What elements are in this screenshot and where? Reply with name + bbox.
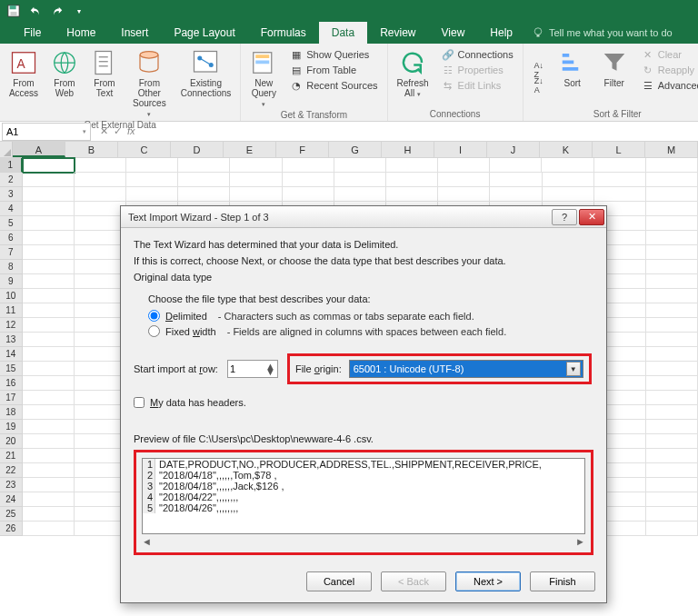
cell[interactable] <box>23 449 75 463</box>
cell[interactable] <box>646 289 698 303</box>
cell[interactable] <box>646 318 698 333</box>
name-box[interactable]: A1▾ <box>2 123 91 141</box>
cell[interactable] <box>23 492 75 507</box>
cell[interactable] <box>23 376 75 391</box>
cell[interactable] <box>75 260 126 274</box>
cell[interactable] <box>126 187 178 202</box>
cell[interactable] <box>283 158 334 173</box>
row-header[interactable]: 20 <box>0 434 23 449</box>
from-access-button[interactable]: AFromAccess <box>4 45 44 120</box>
cell[interactable] <box>646 231 698 245</box>
col-header-B[interactable]: B <box>65 142 118 157</box>
row-header[interactable]: 12 <box>0 318 23 333</box>
cell[interactable] <box>23 202 75 216</box>
cell[interactable] <box>646 333 698 347</box>
col-header-M[interactable]: M <box>645 142 698 157</box>
cell[interactable] <box>230 173 282 187</box>
cell[interactable] <box>75 376 126 391</box>
start-row-spinner[interactable]: ▲▼ <box>227 360 278 378</box>
row-header[interactable]: 19 <box>0 420 23 434</box>
col-header-I[interactable]: I <box>434 142 487 157</box>
from-table-button[interactable]: ▤From Table <box>286 63 381 77</box>
row-header[interactable]: 16 <box>0 376 23 391</box>
tab-view[interactable]: View <box>429 22 478 44</box>
cell[interactable] <box>23 274 75 289</box>
col-header-A[interactable]: A <box>13 142 65 157</box>
select-all-corner[interactable] <box>0 142 13 157</box>
row-header[interactable]: 22 <box>0 463 23 478</box>
cell[interactable] <box>646 216 698 231</box>
next-button[interactable]: Next > <box>455 571 521 591</box>
sort-desc-button[interactable]: Z↓A <box>529 78 549 93</box>
fixed-width-radio[interactable] <box>148 325 160 337</box>
col-header-J[interactable]: J <box>487 142 540 157</box>
preview-scrollbar[interactable]: ◄► <box>142 536 585 547</box>
row-header[interactable]: 5 <box>0 216 23 231</box>
cell[interactable] <box>75 522 126 536</box>
cell[interactable] <box>75 202 126 216</box>
row-header[interactable]: 11 <box>0 303 23 318</box>
qat-customize[interactable]: ▾ <box>69 2 89 20</box>
help-button[interactable]: ? <box>552 209 577 225</box>
cell[interactable] <box>23 405 75 420</box>
cell[interactable] <box>283 187 334 202</box>
new-query-button[interactable]: NewQuery ▾ <box>244 45 283 110</box>
row-header[interactable]: 2 <box>0 173 23 187</box>
sort-asc-button[interactable]: A↓Z <box>529 63 549 77</box>
cell[interactable] <box>334 158 386 173</box>
fx-icon[interactable]: fx <box>127 125 135 137</box>
existing-connections-button[interactable]: ExistingConnections <box>175 45 237 120</box>
row-header[interactable]: 21 <box>0 449 23 463</box>
cell[interactable] <box>230 158 282 173</box>
cell[interactable] <box>646 478 698 492</box>
cell[interactable] <box>23 303 75 318</box>
cell[interactable] <box>75 449 126 463</box>
cell[interactable] <box>646 202 698 216</box>
cell[interactable] <box>23 362 75 376</box>
cell[interactable] <box>75 274 126 289</box>
from-text-button[interactable]: FromText <box>85 45 124 120</box>
cell[interactable] <box>283 173 334 187</box>
col-header-L[interactable]: L <box>593 142 645 157</box>
cell[interactable] <box>23 478 75 492</box>
show-queries-button[interactable]: ▦Show Queries <box>286 47 381 62</box>
cell[interactable] <box>75 434 126 449</box>
file-origin-combo[interactable]: 65001 : Unicode (UTF-8) ▼ <box>349 360 583 378</box>
col-header-G[interactable]: G <box>329 142 382 157</box>
row-header[interactable]: 17 <box>0 391 23 405</box>
cell[interactable] <box>646 173 698 187</box>
cell[interactable] <box>386 158 438 173</box>
cell[interactable] <box>75 405 126 420</box>
cell[interactable] <box>646 522 698 536</box>
cell[interactable] <box>23 333 75 347</box>
cell[interactable] <box>543 173 594 187</box>
row-header[interactable]: 14 <box>0 347 23 362</box>
cell[interactable] <box>23 347 75 362</box>
cell[interactable] <box>126 173 178 187</box>
cell[interactable] <box>23 245 75 260</box>
cell[interactable] <box>646 449 698 463</box>
cell[interactable] <box>23 463 75 478</box>
tab-data[interactable]: Data <box>319 22 367 44</box>
cell[interactable] <box>75 303 126 318</box>
cell[interactable] <box>23 318 75 333</box>
save-button[interactable] <box>4 2 24 20</box>
finish-button[interactable]: Finish <box>530 571 595 591</box>
cell[interactable] <box>490 173 542 187</box>
col-header-E[interactable]: E <box>224 142 276 157</box>
cell[interactable] <box>646 158 698 173</box>
tell-me-search[interactable]: Tell me what you want to do <box>525 22 673 44</box>
dropdown-icon[interactable]: ▼ <box>566 362 581 376</box>
row-header[interactable]: 25 <box>0 507 23 522</box>
cell[interactable] <box>646 260 698 274</box>
row-header[interactable]: 4 <box>0 202 23 216</box>
cell[interactable] <box>646 303 698 318</box>
cell[interactable] <box>75 245 126 260</box>
cell[interactable] <box>646 420 698 434</box>
cell[interactable] <box>75 507 126 522</box>
row-header[interactable]: 26 <box>0 522 23 536</box>
col-header-H[interactable]: H <box>382 142 434 157</box>
cell[interactable] <box>75 478 126 492</box>
cell[interactable] <box>386 187 438 202</box>
cell[interactable] <box>490 187 542 202</box>
